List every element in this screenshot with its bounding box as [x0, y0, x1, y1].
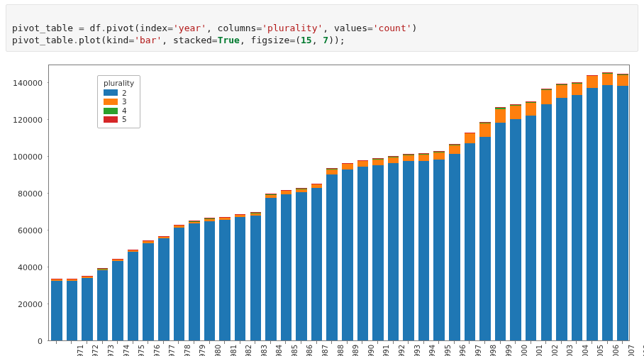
- y-tick-label: 80000: [6, 189, 43, 198]
- bar-segment-3: [495, 109, 506, 123]
- bar-segment-5: [479, 122, 491, 123]
- x-tick-label: 1996: [460, 345, 467, 356]
- bar-segment-2: [97, 270, 109, 340]
- legend-title: plurality: [104, 79, 134, 87]
- code-token: =: [79, 23, 90, 33]
- bar-stack: [296, 189, 307, 340]
- bar-stack: [342, 163, 353, 340]
- bar-stack: [219, 217, 231, 340]
- legend-label: 3: [122, 97, 127, 106]
- bar-segment-5: [174, 225, 185, 226]
- bar-segment-3: [112, 260, 123, 262]
- code-token: pivot_table: [12, 23, 79, 33]
- bar-segment-2: [357, 167, 369, 340]
- x-tick-mark: [576, 341, 577, 344]
- bar-segment-4: [449, 145, 460, 145]
- code-token: 'count': [373, 23, 412, 33]
- bar-segment-3: [587, 76, 598, 88]
- bar-segment-2: [572, 95, 583, 340]
- x-tick-label: 1974: [123, 345, 131, 356]
- x-tick-label: 2001: [536, 345, 544, 356]
- bar: [556, 65, 567, 340]
- bar-segment-5: [433, 151, 445, 152]
- code-token: 'plurality': [262, 23, 323, 33]
- bar: [250, 65, 262, 340]
- x-tick-label: 1981: [230, 345, 238, 356]
- bar-segment-4: [403, 155, 414, 155]
- bar-segment-5: [556, 84, 567, 84]
- bar-stack: [541, 89, 553, 340]
- bar-segment-3: [51, 279, 62, 281]
- bar-segment-2: [556, 98, 567, 340]
- x-tick-label: 1983: [260, 345, 268, 356]
- bar-segment-3: [388, 157, 399, 163]
- bar-stack: [97, 269, 109, 340]
- legend-swatch-3: [104, 99, 118, 105]
- x-tick-label: 1988: [337, 345, 345, 356]
- x-tick-label: 1992: [398, 345, 406, 356]
- bar-segment-3: [479, 123, 491, 136]
- x-tick-mark: [224, 341, 225, 344]
- bar-segment-2: [235, 217, 246, 340]
- x-tick-label: 1973: [107, 345, 115, 356]
- x-tick-label: 1984: [276, 345, 284, 356]
- code-token: .: [73, 35, 79, 45]
- bar-segment-2: [204, 221, 216, 340]
- x-tick-mark: [255, 341, 255, 344]
- x-tick-mark: [531, 341, 531, 344]
- bar-segment-4: [602, 73, 614, 74]
- x-tick-mark: [592, 341, 592, 344]
- bar-stack: [265, 194, 277, 340]
- x-tick-mark: [454, 341, 455, 344]
- bar-segment-2: [449, 154, 460, 340]
- code-token: (kind: [101, 35, 128, 45]
- x-tick-mark: [102, 341, 103, 344]
- bar-segment-4: [372, 159, 384, 160]
- bar-segment-3: [128, 250, 139, 252]
- bar: [326, 65, 338, 340]
- bar: [602, 65, 614, 340]
- bar-segment-3: [158, 236, 170, 238]
- bar-stack: [143, 241, 154, 340]
- bar-stack: [479, 123, 491, 340]
- bar-segment-2: [372, 165, 384, 340]
- bar-segment-5: [587, 75, 598, 76]
- x-tick-label: 1991: [383, 345, 391, 356]
- bar-segment-2: [418, 161, 430, 340]
- bar-segment-3: [526, 103, 537, 116]
- bar-segment-2: [617, 86, 628, 340]
- chart-output: 020000400006000080000100000120000140000 …: [6, 57, 638, 356]
- x-tick-label: 1990: [367, 345, 375, 356]
- bar-segment-3: [510, 106, 521, 119]
- bar-segment-2: [51, 281, 62, 340]
- bar-stack: [82, 276, 93, 340]
- bar: [82, 65, 93, 340]
- bar-segment-5: [250, 212, 262, 213]
- bar-segment-4: [342, 163, 353, 164]
- code-token: 15: [301, 35, 312, 45]
- bar-stack: [587, 75, 598, 340]
- bar-stack: [128, 250, 139, 340]
- bar-segment-2: [342, 169, 353, 340]
- y-tick-label: 60000: [6, 226, 43, 235]
- bar-segment-2: [112, 261, 123, 340]
- bar-segment-2: [479, 137, 491, 340]
- code-token: (: [295, 35, 301, 45]
- bar-segment-3: [82, 276, 93, 277]
- legend-entry: 3: [104, 97, 134, 106]
- bar-stack: [403, 155, 414, 340]
- bar-segment-4: [556, 84, 567, 86]
- bar-segment-3: [372, 159, 384, 165]
- bar: [388, 65, 399, 340]
- bar-segment-4: [418, 154, 430, 155]
- bar-segment-4: [495, 108, 506, 109]
- bar-stack: [189, 221, 200, 340]
- x-tick-mark: [117, 341, 118, 344]
- x-tick-mark: [469, 341, 470, 344]
- bar-segment-3: [326, 169, 338, 174]
- bar: [357, 65, 369, 340]
- bar-stack: [311, 184, 323, 340]
- x-tick-label: 2007: [628, 345, 635, 356]
- bar-stack: [158, 236, 170, 340]
- bar-segment-2: [250, 216, 262, 340]
